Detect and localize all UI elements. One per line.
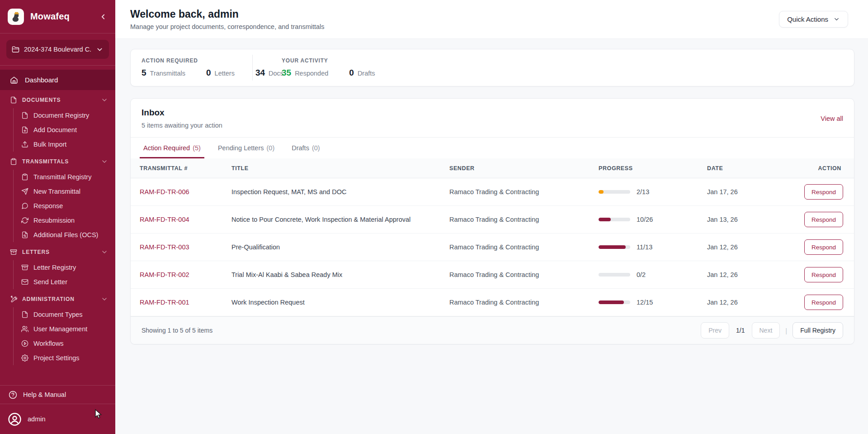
sidebar-section-header-administration[interactable]: ADMINISTRATION [0,291,115,307]
respond-button[interactable]: Respond [804,212,843,227]
section-items: Document RegistryAdd DocumentBulk Import [13,108,115,152]
row-date: Jan 12, 26 [707,271,738,278]
sidebar-item-letter-registry[interactable]: Letter Registry [14,260,115,275]
sidebar-item-send-letter[interactable]: Send Letter [14,275,115,289]
tab-count: (5) [193,144,201,152]
archive-icon [10,248,17,256]
chevron-left-icon [99,13,107,21]
sidebar-item-new-transmittal[interactable]: New Transmittal [14,184,115,199]
tab-count: (0) [266,144,274,152]
respond-button[interactable]: Respond [804,267,843,282]
file-plus-icon [21,126,28,134]
stat-transmittals: 5Transmittals [142,68,185,78]
sidebar-item-additional-files-ocs[interactable]: Additional Files (OCS) [14,228,115,242]
progress-bar [599,273,630,277]
view-all-link[interactable]: View all [821,115,843,122]
sidebar-section-header-transmittals[interactable]: TRANSMITTALS [0,153,115,170]
column-header-action: ACTION [793,165,854,172]
full-registry-button[interactable]: Full Registry [793,322,843,339]
sidebar-item-label: Letter Registry [33,264,76,271]
respond-button[interactable]: Respond [804,184,843,200]
tab-action-required[interactable]: Action Required(5) [140,138,204,158]
sidebar-user[interactable]: admin [0,404,115,434]
transmittal-link[interactable]: RAM-FD-TR-004 [140,216,189,223]
sidebar-item-label: User Management [33,325,87,333]
sidebar-section-header-documents[interactable]: DOCUMENTS [0,92,115,108]
tab-label: Action Required [143,144,190,152]
play-circle-icon [21,340,28,347]
file-text-icon [21,311,28,318]
respond-button[interactable]: Respond [804,239,843,255]
transmittal-link[interactable]: RAM-FD-TR-006 [140,188,189,196]
chevron-down-icon [101,248,108,256]
sidebar-item-help-manual[interactable]: Help & Manual [0,386,115,404]
sidebar-item-response[interactable]: Response [14,199,115,213]
quick-actions-button[interactable]: Quick Actions [779,11,848,28]
table-row: RAM-FD-TR-003Pre-QualificationRamaco Tra… [131,234,854,261]
settings-icon [21,354,28,362]
tab-count: (0) [312,144,320,152]
brand-name: Mowafeq [30,11,70,22]
sidebar-item-label: Add Document [33,126,77,134]
sidebar-item-document-types[interactable]: Document Types [14,307,115,322]
main-content: Welcome back, admin Manage your project … [115,0,868,434]
mail-icon [21,278,28,286]
prev-button[interactable]: Prev [701,322,729,339]
sidebar-item-project-settings[interactable]: Project Settings [14,351,115,365]
sidebar-item-label: Additional Files (OCS) [33,231,98,238]
tab-pending-letters[interactable]: Pending Letters(0) [214,138,278,158]
sidebar-item-label: Document Registry [33,112,89,119]
column-header-sender: SENDER [449,165,599,172]
quick-actions-label: Quick Actions [787,15,828,23]
chevron-down-icon [101,96,108,104]
sidebar-collapse-button[interactable] [99,13,107,21]
chevron-down-icon [833,16,840,23]
sidebar-section-transmittals: TRANSMITTALSTransmittal RegistryNew Tran… [0,153,115,242]
sidebar-item-bulk-import[interactable]: Bulk Import [14,137,115,152]
row-sender: Ramaco Trading & Contracting [449,188,539,196]
transmittal-link[interactable]: RAM-FD-TR-002 [140,271,189,278]
sidebar-item-add-document[interactable]: Add Document [14,123,115,137]
stats-action-required: ACTION REQUIRED 5Transmittals 0Letters 3… [131,49,252,86]
column-header-title: TITLE [231,165,449,172]
upload-icon [21,141,28,148]
sidebar-item-label: Dashboard [25,76,58,84]
tools-icon [10,296,17,303]
section-label: DOCUMENTS [22,97,61,103]
file-text-icon [21,112,28,119]
sidebar-item-label: Bulk Import [33,141,66,148]
progress-cell: 12/15 [599,299,707,306]
row-date: Jan 12, 26 [707,299,738,306]
row-title: Inspection Request, MAT, MS and DOC [231,188,346,196]
tab-drafts[interactable]: Drafts(0) [288,138,323,158]
content-area: ACTION REQUIRED 5Transmittals 0Letters 3… [115,39,868,344]
sidebar: Mowafeq 2024-374 Boulevard C... Dashboar… [0,0,115,434]
row-title: Trial Mix-Al Kaabi & Sabea Ready Mix [231,271,342,278]
folder-icon [12,46,19,53]
row-title: Pre-Qualification [231,243,280,251]
sidebar-item-workflows[interactable]: Workflows [14,336,115,351]
next-button[interactable]: Next [752,322,780,339]
sidebar-item-dashboard[interactable]: Dashboard [0,70,115,90]
project-selector[interactable]: 2024-374 Boulevard C... [6,40,109,59]
progress-label: 10/26 [637,216,653,223]
transmittal-link[interactable]: RAM-FD-TR-003 [140,243,189,251]
tab-label: Drafts [292,144,309,152]
progress-label: 12/15 [637,299,653,306]
file-text-icon [10,96,17,104]
sidebar-item-transmittal-registry[interactable]: Transmittal Registry [14,170,115,184]
showing-count-label: Showing 1 to 5 of 5 items [142,327,212,334]
sidebar-item-resubmission[interactable]: Resubmission [14,213,115,228]
section-items: Transmittal RegistryNew TransmittalRespo… [13,170,115,242]
sidebar-item-document-registry[interactable]: Document Registry [14,108,115,123]
top-bar: Welcome back, admin Manage your project … [115,0,868,39]
page-subtitle: Manage your project documents, correspon… [130,23,325,30]
sidebar-item-label: Document Types [33,311,83,318]
respond-button[interactable]: Respond [804,295,843,310]
inbox-header: Inbox 5 items awaiting your action View … [131,99,854,137]
stats-group-label: ACTION REQUIRED [142,57,252,64]
sidebar-section-header-letters[interactable]: LETTERS [0,244,115,260]
sidebar-item-user-management[interactable]: User Management [14,322,115,336]
inbox-table: TRANSMITTAL #TITLESENDERPROGRESSDATEACTI… [131,158,854,344]
transmittal-link[interactable]: RAM-FD-TR-001 [140,299,189,306]
